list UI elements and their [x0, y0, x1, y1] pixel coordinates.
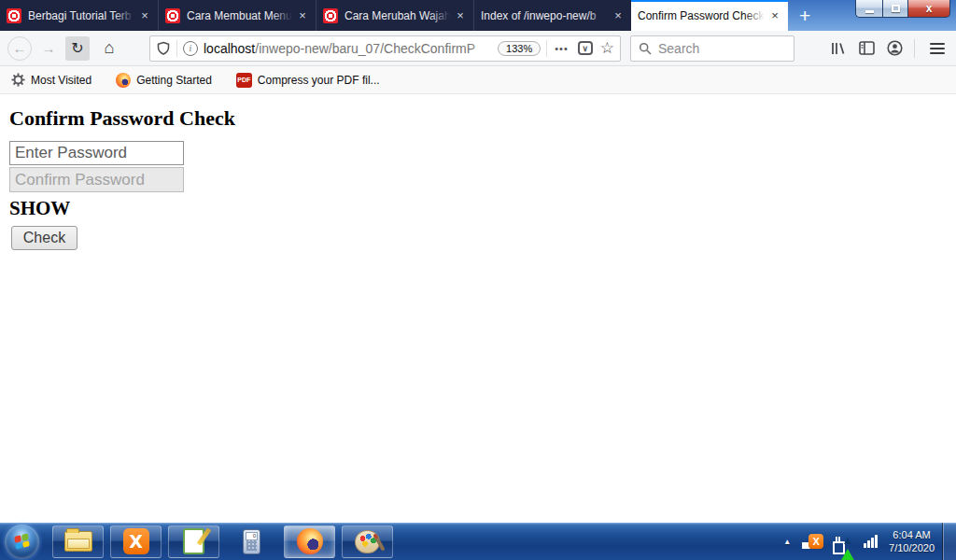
sidebar-toggle-icon[interactable]	[852, 41, 880, 55]
url-text[interactable]: localhost/inwepo-new/baru_07/CheckConfir…	[204, 41, 494, 56]
divider	[914, 39, 915, 58]
tab-close-icon[interactable]: ×	[454, 9, 467, 22]
inwepo-favicon	[7, 8, 21, 23]
taskbar-paint-button[interactable]	[342, 525, 393, 558]
firefox-icon	[297, 528, 323, 554]
window-close-button[interactable]: x	[908, 0, 950, 18]
bookmark-compress-pdf[interactable]: PDF Compress your PDF fil...	[236, 73, 380, 88]
search-icon	[639, 42, 652, 55]
green-triangle-tray-icon[interactable]	[840, 533, 855, 550]
xampp-tray-icon[interactable]: X	[808, 534, 823, 549]
zoom-level-badge[interactable]: 133%	[498, 41, 541, 56]
search-bar[interactable]	[630, 35, 794, 62]
taskbar-firefox-button[interactable]	[284, 525, 335, 558]
url-path: /inwepo-new/baru_07/CheckConfirmP	[255, 41, 475, 56]
window-minimize-button[interactable]	[855, 0, 882, 18]
gear-icon	[11, 73, 25, 87]
bookmark-label: Getting Started	[136, 74, 212, 87]
pdf-icon: PDF	[236, 73, 252, 88]
minimize-icon	[865, 10, 874, 13]
paint-icon	[355, 530, 380, 553]
network-signal-icon[interactable]	[864, 535, 879, 548]
forward-button[interactable]: →	[37, 40, 60, 56]
search-input[interactable]	[658, 41, 827, 56]
reload-button[interactable]: ↻	[65, 36, 90, 61]
bookmark-star-icon[interactable]: ☆	[600, 38, 614, 58]
bookmarks-toolbar: Most Visited Getting Started PDF Compres…	[0, 66, 956, 94]
new-tab-button[interactable]: +	[799, 6, 810, 25]
taskbar-apps: X	[52, 525, 400, 558]
tab-title: Index of /inwepo-new/b	[481, 9, 608, 22]
tab-title: Berbagi Tutorial Terb	[28, 9, 134, 22]
bookmark-getting-started[interactable]: Getting Started	[116, 73, 212, 88]
bookmark-label: Compress your PDF fil...	[258, 74, 380, 87]
account-icon[interactable]	[880, 40, 908, 56]
close-icon: x	[926, 3, 933, 14]
tab-close-icon[interactable]: ×	[138, 9, 151, 22]
notepad-plus-plus-icon	[183, 528, 204, 554]
taskbar-notepad-plus-plus-button[interactable]	[168, 525, 219, 558]
confirm-password-input[interactable]	[9, 167, 184, 192]
site-info-icon[interactable]: i	[183, 41, 198, 56]
clock-time: 6:04 AM	[889, 528, 935, 541]
taskbar-clock[interactable]: 6:04 AM 7/10/2020	[889, 528, 935, 554]
divider	[176, 40, 177, 57]
window-controls: x	[855, 0, 950, 18]
bookmark-label: Most Visited	[31, 74, 91, 87]
tab-confirm-password-active[interactable]: Confirm Password Check ×	[631, 0, 788, 31]
tracking-shield-icon[interactable]	[156, 41, 171, 56]
tab-bar: Berbagi Tutorial Terb × Cara Membuat Men…	[0, 0, 956, 31]
taskbar-xampp-button[interactable]: X	[110, 525, 162, 558]
window-restore-button[interactable]	[882, 0, 908, 18]
tab-title: Confirm Password Check	[638, 9, 765, 22]
xampp-icon: X	[123, 528, 149, 554]
url-host: localhost	[204, 41, 255, 56]
show-password-toggle[interactable]: SHOW	[9, 197, 956, 220]
calculator-icon	[243, 529, 260, 554]
back-button[interactable]: ←	[7, 36, 32, 61]
pocket-icon[interactable]: ∨	[578, 41, 593, 55]
navigation-toolbar: ← → ↻ ⌂ i localhost/inwepo-new/baru_07/C…	[0, 31, 956, 66]
taskbar-explorer-button[interactable]	[52, 525, 104, 558]
inwepo-favicon	[323, 8, 338, 23]
tab-index-of[interactable]: Index of /inwepo-new/b ×	[473, 0, 631, 31]
check-button[interactable]: Check	[11, 226, 77, 250]
windows-logo-icon	[14, 533, 30, 550]
titlebar-right-area: + x	[788, 0, 956, 31]
show-desktop-button[interactable]	[942, 523, 956, 560]
taskbar-calculator-button[interactable]	[226, 525, 277, 558]
show-hidden-icons-button[interactable]: ▲	[783, 538, 791, 546]
tab-close-icon[interactable]: ×	[768, 9, 781, 22]
home-button[interactable]: ⌂	[97, 38, 121, 58]
clock-date: 7/10/2020	[889, 541, 935, 554]
tab-title: Cara Membuat Menu	[187, 9, 292, 22]
page-actions-icon[interactable]: •••	[555, 43, 569, 54]
restore-icon	[892, 5, 900, 12]
toolbar-right-icons	[824, 39, 954, 58]
page-title: Confirm Password Check	[9, 106, 956, 131]
library-icon[interactable]	[824, 41, 852, 56]
web-page-content: Confirm Password Check SHOW Check	[0, 95, 956, 523]
tab-berbagi-tutorial[interactable]: Berbagi Tutorial Terb ×	[0, 0, 158, 31]
firefox-icon	[116, 73, 131, 88]
menu-hamburger-icon[interactable]	[930, 43, 945, 54]
address-bar[interactable]: i localhost/inwepo-new/baru_07/CheckConf…	[149, 35, 621, 62]
divider	[546, 40, 547, 57]
bookmark-most-visited[interactable]: Most Visited	[11, 73, 91, 87]
system-tray: ▲ X 6:04 AM 7/10/2020	[783, 523, 956, 560]
tab-cara-merubah[interactable]: Cara Merubah Wajah ×	[316, 0, 473, 31]
tab-close-icon[interactable]: ×	[612, 9, 625, 22]
tab-close-icon[interactable]: ×	[296, 9, 309, 22]
windows-taskbar: X ▲ X 6:04 AM 7/10/2020	[0, 523, 956, 560]
start-button[interactable]	[5, 525, 39, 559]
password-input[interactable]	[9, 141, 184, 165]
inwepo-favicon	[165, 8, 180, 23]
folder-icon	[64, 531, 92, 552]
tab-title: Cara Merubah Wajah	[344, 9, 450, 22]
tab-cara-membuat[interactable]: Cara Membuat Menu ×	[158, 0, 316, 31]
